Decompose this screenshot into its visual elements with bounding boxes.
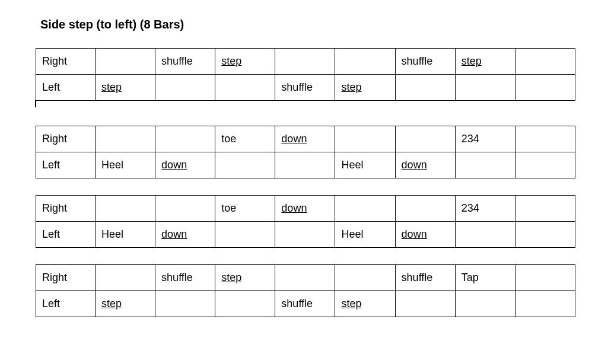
step-cell: Heel — [335, 222, 395, 248]
step-cell — [395, 126, 455, 152]
table-row: Righttoedown234 — [36, 196, 575, 222]
table-row: Leftstepshufflestep — [36, 291, 575, 317]
step-cell: down — [155, 222, 215, 248]
step-cell: step — [95, 75, 155, 101]
step-cell — [515, 152, 575, 178]
table-row: Righttoedown234 — [36, 126, 575, 152]
step-cell — [275, 49, 335, 75]
dance-block: RightshufflestepshufflestepLeftstepshuff… — [36, 48, 575, 109]
step-cell — [215, 222, 275, 248]
step-cell: down — [395, 222, 455, 248]
step-cell — [455, 291, 515, 317]
step-cell — [395, 75, 455, 101]
dance-block: RightshufflestepshuffleTapLeftstepshuffl… — [36, 264, 575, 317]
step-cell: 234 — [455, 126, 515, 152]
step-cell — [395, 196, 455, 222]
row-label: Right — [36, 126, 96, 152]
step-cell: step — [95, 291, 155, 317]
step-cell — [95, 126, 155, 152]
dance-block: Righttoedown234LeftHeeldownHeeldown — [36, 126, 575, 178]
table-row: RightshufflestepshuffleTap — [36, 265, 575, 291]
step-cell — [455, 152, 515, 178]
step-cell — [515, 49, 575, 75]
step-cell: down — [155, 152, 215, 178]
dance-table: RightshufflestepshufflestepLeftstepshuff… — [36, 48, 575, 101]
row-label: Left — [36, 75, 96, 101]
step-cell: shuffle — [155, 265, 215, 291]
step-cell — [335, 265, 395, 291]
row-label: Right — [36, 49, 96, 75]
step-cell — [215, 291, 275, 317]
step-cell: Heel — [95, 152, 155, 178]
step-cell: Tap — [455, 265, 515, 291]
step-cell — [515, 75, 575, 101]
step-cell: shuffle — [275, 291, 335, 317]
step-cell — [515, 265, 575, 291]
row-label: Left — [36, 291, 96, 317]
step-cell: step — [335, 75, 395, 101]
step-cell: toe — [215, 126, 275, 152]
table-row: Rightshufflestepshufflestep — [36, 49, 575, 75]
table-row: Leftstepshufflestep — [36, 75, 575, 101]
dance-blocks: RightshufflestepshufflestepLeftstepshuff… — [36, 48, 575, 317]
step-cell: down — [395, 152, 455, 178]
step-cell — [215, 152, 275, 178]
table-row: LeftHeeldownHeeldown — [36, 152, 575, 178]
step-cell: shuffle — [275, 75, 335, 101]
dance-table: RightshufflestepshuffleTapLeftstepshuffl… — [36, 264, 575, 317]
step-cell: shuffle — [395, 49, 455, 75]
step-cell — [455, 222, 515, 248]
step-cell — [275, 265, 335, 291]
step-cell: step — [215, 265, 275, 291]
step-cell: shuffle — [155, 49, 215, 75]
step-cell — [215, 75, 275, 101]
step-cell — [395, 291, 455, 317]
step-cell: down — [275, 196, 335, 222]
step-cell — [515, 291, 575, 317]
step-cell — [95, 265, 155, 291]
step-cell — [95, 49, 155, 75]
step-cell — [155, 291, 215, 317]
step-cell: toe — [215, 196, 275, 222]
step-cell — [335, 196, 395, 222]
step-cell: Heel — [95, 222, 155, 248]
step-cell — [155, 126, 215, 152]
row-label: Right — [36, 265, 96, 291]
step-cell — [155, 75, 215, 101]
step-cell — [515, 126, 575, 152]
row-label: Left — [36, 152, 96, 178]
row-label: Left — [36, 222, 96, 248]
step-cell: Heel — [335, 152, 395, 178]
step-cell — [275, 222, 335, 248]
step-cell — [335, 49, 395, 75]
dance-block: Righttoedown234LeftHeeldownHeeldown — [36, 195, 575, 248]
step-cell — [275, 152, 335, 178]
step-cell — [95, 196, 155, 222]
step-cell — [335, 126, 395, 152]
step-cell: 234 — [455, 196, 515, 222]
step-cell — [155, 196, 215, 222]
dance-table: Righttoedown234LeftHeeldownHeeldown — [36, 126, 575, 178]
dance-table: Righttoedown234LeftHeeldownHeeldown — [36, 195, 575, 248]
step-cell — [455, 75, 515, 101]
step-cell: shuffle — [395, 265, 455, 291]
step-cell: step — [215, 49, 275, 75]
step-cell: step — [455, 49, 515, 75]
page-title: Side step (to left) (8 Bars) — [40, 18, 575, 31]
table-row: LeftHeeldownHeeldown — [36, 222, 575, 248]
step-cell — [515, 196, 575, 222]
step-cell — [515, 222, 575, 248]
tick-mark — [36, 101, 575, 109]
step-cell: step — [335, 291, 395, 317]
row-label: Right — [36, 196, 96, 222]
step-cell: down — [275, 126, 335, 152]
